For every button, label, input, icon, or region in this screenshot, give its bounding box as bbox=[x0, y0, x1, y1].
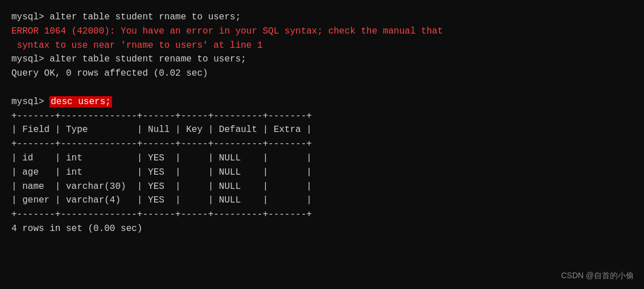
line-4: mysql> alter table student rename to use… bbox=[11, 52, 633, 67]
table-row-id: | id | int | YES | | NULL | | bbox=[11, 151, 633, 166]
prompt-7: mysql> bbox=[11, 97, 49, 107]
line-2: ERROR 1064 (42000): You have an error in… bbox=[11, 24, 633, 39]
result-line: 4 rows in set (0.00 sec) bbox=[11, 222, 633, 236]
table-row-name: | name | varchar(30) | YES | | NULL | | bbox=[11, 180, 633, 194]
cmd-4: alter table student rename to users; bbox=[49, 54, 246, 64]
cmd-1: alter table student rname to users; bbox=[49, 12, 241, 22]
line-3: syntax to use near 'rname to users' at l… bbox=[11, 39, 633, 53]
prompt-4: mysql> bbox=[11, 54, 49, 64]
highlighted-command: desc users; bbox=[49, 96, 112, 108]
table-row-age: | age | int | YES | | NULL | | bbox=[11, 166, 633, 180]
line-1: mysql> alter table student rname to user… bbox=[11, 10, 633, 24]
table-header: | Field | Type | Null | Key | Default | … bbox=[11, 123, 633, 137]
table-border-header: +-------+--------------+------+-----+---… bbox=[11, 137, 633, 151]
table-row-gener: | gener | varchar(4) | YES | | NULL | | bbox=[11, 193, 633, 208]
terminal: mysql> alter table student rname to user… bbox=[0, 0, 644, 246]
empty-line bbox=[11, 81, 633, 95]
prompt-1: mysql> bbox=[11, 12, 49, 22]
line-5: Query OK, 0 rows affected (0.02 sec) bbox=[11, 67, 633, 81]
watermark: CSDN @自首的小偷 bbox=[561, 271, 634, 281]
table-border-bottom: +-------+--------------+------+-----+---… bbox=[11, 208, 633, 222]
table-border-top: +-------+--------------+------+-----+---… bbox=[11, 109, 633, 123]
line-7: mysql> desc users; bbox=[11, 95, 633, 109]
